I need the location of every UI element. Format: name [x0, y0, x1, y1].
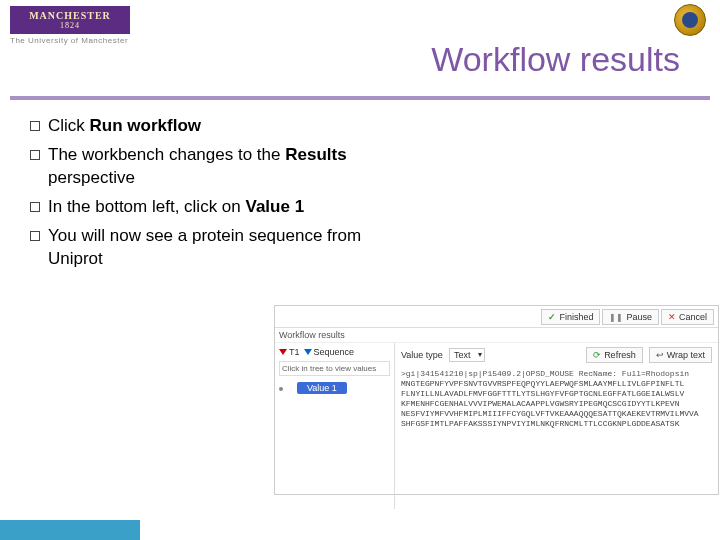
results-panel-screenshot: Finished Pause Cancel Workflow results T… [274, 305, 719, 495]
wrap-text-button[interactable]: Wrap text [649, 347, 712, 363]
logo-subtitle: The University of Manchester [10, 36, 130, 45]
sequence-text: >gi|341541210|sp|P15409.2|OPSD_MOUSE Rec… [401, 369, 712, 429]
triangle-icon [304, 349, 312, 355]
logo-year: 1824 [60, 21, 80, 30]
list-item: The workbench changes to the Results per… [30, 144, 370, 190]
refresh-button[interactable]: Refresh [586, 347, 643, 363]
slide-header: MANCHESTER 1824 The University of Manche… [0, 0, 720, 100]
wrap-icon [656, 350, 664, 360]
list-item: Click Run workflow [30, 115, 370, 138]
close-icon [668, 312, 676, 322]
refresh-icon [593, 350, 601, 360]
badge-icon [674, 4, 706, 36]
cancel-button[interactable]: Cancel [661, 309, 714, 325]
results-tree: T1 Sequence Click in tree to view values… [275, 343, 395, 509]
sequence-line: KFMENHFCGENHALVVVIPWEMALACAAPPLVGWSRYIPE… [401, 399, 712, 409]
triangle-icon [279, 349, 287, 355]
page-title: Workflow results [431, 40, 680, 79]
sequence-line: SHFGSFIMTLPAFFAKSSSIYNPVIYIMLNKQFRNCMLTT… [401, 419, 712, 429]
bullet-icon [279, 387, 283, 391]
sequence-header: >gi|341541210|sp|P15409.2|OPSD_MOUSE Rec… [401, 369, 712, 379]
list-item: You will now see a protein sequence from… [30, 225, 370, 271]
sequence-line: FLNYILLNLAVADLFMVFGGFTTTLYTSLHGYFVFGPTGC… [401, 389, 712, 399]
panel-title: Workflow results [275, 328, 718, 343]
value-viewer: Value type Text Refresh Wrap text >gi|34… [395, 343, 718, 509]
sequence-line: MNGTEGPNFYVPFSNVTGVVRSPFEQPQYYLAEPWQFSML… [401, 379, 712, 389]
logo-text: MANCHESTER [29, 10, 111, 21]
tab-t1[interactable]: T1 [279, 347, 300, 357]
value-1-node[interactable]: Value 1 [297, 382, 347, 394]
tree-hint: Click in tree to view values [279, 361, 390, 376]
value-type-select[interactable]: Text [449, 348, 486, 362]
university-logo: MANCHESTER 1824 The University of Manche… [10, 6, 130, 45]
footer-accent [0, 520, 140, 540]
pause-icon [609, 312, 623, 322]
divider [10, 96, 710, 100]
run-toolbar: Finished Pause Cancel [275, 306, 718, 328]
bullet-list: Click Run workflow The workbench changes… [30, 115, 370, 277]
pause-button[interactable]: Pause [602, 309, 659, 325]
list-item: In the bottom left, click on Value 1 [30, 196, 370, 219]
tab-sequence[interactable]: Sequence [304, 347, 355, 357]
value-type-label: Value type [401, 350, 443, 360]
sequence-line: NESFVIYMFVVHFMIPLMIIIFFCYGQLVFTVKEAAAQQQ… [401, 409, 712, 419]
check-icon [548, 312, 556, 322]
finished-button[interactable]: Finished [541, 309, 600, 325]
